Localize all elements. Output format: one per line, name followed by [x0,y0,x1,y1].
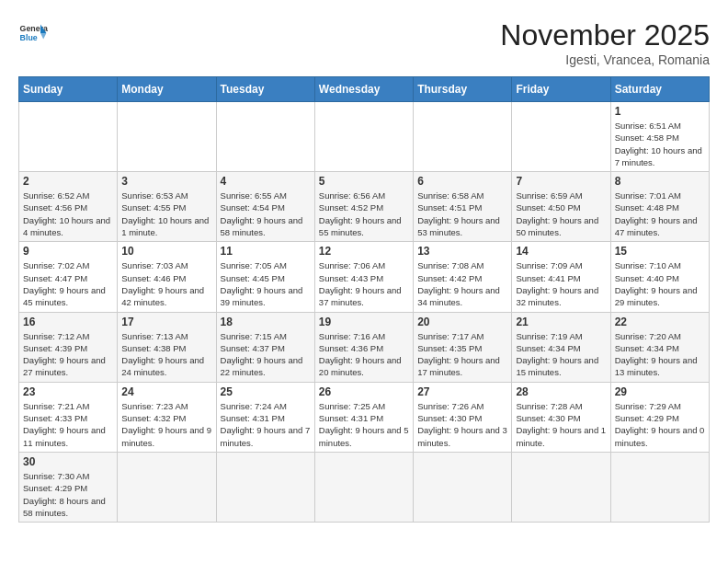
day-info: Sunrise: 7:02 AM Sunset: 4:47 PM Dayligh… [23,259,113,308]
calendar-cell [314,102,413,172]
day-number: 22 [615,316,705,328]
day-info: Sunrise: 7:29 AM Sunset: 4:29 PM Dayligh… [615,400,705,449]
location: Igesti, Vrancea, Romania [500,52,710,67]
day-number: 15 [615,245,705,258]
calendar-cell: 16Sunrise: 7:12 AM Sunset: 4:39 PM Dayli… [19,312,118,382]
svg-marker-3 [40,33,46,39]
calendar-cell: 5Sunrise: 6:56 AM Sunset: 4:52 PM Daylig… [314,172,413,242]
col-header-thursday: Thursday [414,77,512,102]
col-header-wednesday: Wednesday [314,77,413,102]
day-info: Sunrise: 7:28 AM Sunset: 4:30 PM Dayligh… [516,400,606,449]
calendar-cell: 13Sunrise: 7:08 AM Sunset: 4:42 PM Dayli… [414,242,512,312]
calendar-cell: 12Sunrise: 7:06 AM Sunset: 4:43 PM Dayli… [314,242,413,312]
day-info: Sunrise: 7:23 AM Sunset: 4:32 PM Dayligh… [121,400,211,449]
day-number: 1 [615,105,705,118]
day-number: 26 [319,385,409,398]
calendar-cell [414,102,512,172]
calendar-cell: 20Sunrise: 7:17 AM Sunset: 4:35 PM Dayli… [414,312,512,382]
day-info: Sunrise: 7:24 AM Sunset: 4:31 PM Dayligh… [221,400,311,449]
logo: General Blue [18,18,48,48]
day-info: Sunrise: 7:30 AM Sunset: 4:29 PM Dayligh… [23,470,113,519]
day-info: Sunrise: 6:53 AM Sunset: 4:55 PM Dayligh… [121,190,211,238]
day-info: Sunrise: 7:19 AM Sunset: 4:34 PM Dayligh… [516,330,606,379]
calendar-cell [19,102,118,172]
day-info: Sunrise: 7:06 AM Sunset: 4:43 PM Dayligh… [319,259,409,308]
calendar-cell: 19Sunrise: 7:16 AM Sunset: 4:36 PM Dayli… [314,312,413,382]
calendar-cell [512,452,610,522]
day-info: Sunrise: 7:05 AM Sunset: 4:45 PM Dayligh… [221,259,311,308]
calendar-week-row: 9Sunrise: 7:02 AM Sunset: 4:47 PM Daylig… [19,242,710,312]
calendar-cell: 2Sunrise: 6:52 AM Sunset: 4:56 PM Daylig… [19,172,118,242]
calendar-cell: 7Sunrise: 6:59 AM Sunset: 4:50 PM Daylig… [512,172,610,242]
calendar-cell: 21Sunrise: 7:19 AM Sunset: 4:34 PM Dayli… [512,312,610,382]
day-info: Sunrise: 7:12 AM Sunset: 4:39 PM Dayligh… [23,330,113,379]
calendar-cell: 30Sunrise: 7:30 AM Sunset: 4:29 PM Dayli… [19,452,118,522]
day-number: 2 [23,175,113,188]
day-number: 10 [121,245,211,258]
day-number: 29 [615,385,705,398]
calendar-cell [610,452,709,522]
day-info: Sunrise: 6:59 AM Sunset: 4:50 PM Dayligh… [516,190,606,238]
calendar-cell: 28Sunrise: 7:28 AM Sunset: 4:30 PM Dayli… [512,382,610,452]
col-header-saturday: Saturday [610,77,709,102]
day-info: Sunrise: 7:03 AM Sunset: 4:46 PM Dayligh… [121,259,211,308]
day-number: 16 [23,316,113,328]
calendar-cell [118,102,216,172]
day-number: 28 [516,385,606,398]
calendar-cell: 10Sunrise: 7:03 AM Sunset: 4:46 PM Dayli… [118,242,216,312]
calendar-cell: 22Sunrise: 7:20 AM Sunset: 4:34 PM Dayli… [610,312,709,382]
day-number: 6 [417,175,507,188]
day-number: 23 [23,385,113,398]
day-number: 21 [516,316,606,328]
calendar-table: SundayMondayTuesdayWednesdayThursdayFrid… [18,76,710,523]
calendar-cell: 9Sunrise: 7:02 AM Sunset: 4:47 PM Daylig… [19,242,118,312]
day-number: 25 [221,385,311,398]
day-info: Sunrise: 6:56 AM Sunset: 4:52 PM Dayligh… [319,190,409,238]
day-info: Sunrise: 7:01 AM Sunset: 4:48 PM Dayligh… [615,190,705,238]
calendar-cell [216,102,314,172]
calendar-cell: 24Sunrise: 7:23 AM Sunset: 4:32 PM Dayli… [118,382,216,452]
calendar-cell: 15Sunrise: 7:10 AM Sunset: 4:40 PM Dayli… [610,242,709,312]
calendar-cell: 6Sunrise: 6:58 AM Sunset: 4:51 PM Daylig… [414,172,512,242]
col-header-tuesday: Tuesday [216,77,314,102]
day-number: 18 [221,316,311,328]
logo-icon: General Blue [18,18,48,48]
day-info: Sunrise: 7:26 AM Sunset: 4:30 PM Dayligh… [417,400,507,449]
calendar-cell: 25Sunrise: 7:24 AM Sunset: 4:31 PM Dayli… [216,382,314,452]
day-info: Sunrise: 7:09 AM Sunset: 4:41 PM Dayligh… [516,259,606,308]
day-info: Sunrise: 7:08 AM Sunset: 4:42 PM Dayligh… [417,259,507,308]
calendar-cell: 3Sunrise: 6:53 AM Sunset: 4:55 PM Daylig… [118,172,216,242]
day-info: Sunrise: 7:21 AM Sunset: 4:33 PM Dayligh… [23,400,113,449]
day-number: 7 [516,175,606,188]
col-header-sunday: Sunday [19,77,118,102]
calendar-cell: 11Sunrise: 7:05 AM Sunset: 4:45 PM Dayli… [216,242,314,312]
day-info: Sunrise: 7:10 AM Sunset: 4:40 PM Dayligh… [615,259,705,308]
title-block: November 2025 Igesti, Vrancea, Romania [500,18,710,67]
calendar-cell: 1Sunrise: 6:51 AM Sunset: 4:58 PM Daylig… [610,102,709,172]
calendar-cell [216,452,314,522]
calendar-cell: 27Sunrise: 7:26 AM Sunset: 4:30 PM Dayli… [414,382,512,452]
day-info: Sunrise: 6:58 AM Sunset: 4:51 PM Dayligh… [417,190,507,238]
day-number: 12 [319,245,409,258]
calendar-week-row: 23Sunrise: 7:21 AM Sunset: 4:33 PM Dayli… [19,382,710,452]
calendar-cell: 29Sunrise: 7:29 AM Sunset: 4:29 PM Dayli… [610,382,709,452]
calendar-week-row: 16Sunrise: 7:12 AM Sunset: 4:39 PM Dayli… [19,312,710,382]
day-number: 11 [221,245,311,258]
day-number: 19 [319,316,409,328]
calendar-cell [314,452,413,522]
day-info: Sunrise: 6:52 AM Sunset: 4:56 PM Dayligh… [23,190,113,238]
day-number: 3 [121,175,211,188]
day-number: 17 [121,316,211,328]
day-number: 30 [23,455,113,468]
page-header: General Blue November 2025 Igesti, Vranc… [18,18,710,67]
day-number: 14 [516,245,606,258]
calendar-cell: 8Sunrise: 7:01 AM Sunset: 4:48 PM Daylig… [610,172,709,242]
day-info: Sunrise: 7:15 AM Sunset: 4:37 PM Dayligh… [221,330,311,379]
col-header-friday: Friday [512,77,610,102]
day-info: Sunrise: 7:20 AM Sunset: 4:34 PM Dayligh… [615,330,705,379]
day-info: Sunrise: 7:16 AM Sunset: 4:36 PM Dayligh… [319,330,409,379]
calendar-week-row: 30Sunrise: 7:30 AM Sunset: 4:29 PM Dayli… [19,452,710,522]
calendar-cell: 14Sunrise: 7:09 AM Sunset: 4:41 PM Dayli… [512,242,610,312]
day-number: 8 [615,175,705,188]
day-info: Sunrise: 7:25 AM Sunset: 4:31 PM Dayligh… [319,400,409,449]
